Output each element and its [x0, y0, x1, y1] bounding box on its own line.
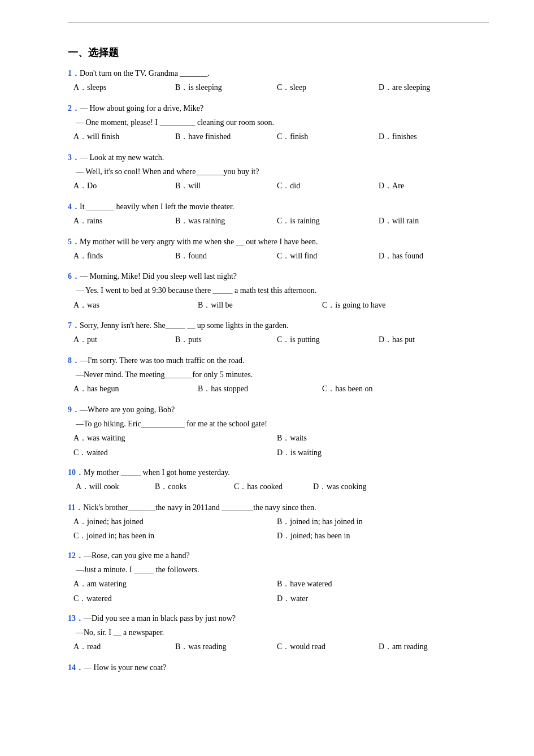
- option-3-B[interactable]: B．will: [175, 179, 277, 194]
- question-line-text: It _______ heavily when I left the movie…: [80, 202, 234, 211]
- question-block-9: 9．—Where are you going, Bob?—To go hikin…: [68, 403, 489, 460]
- option-13-D[interactable]: D．am reading: [379, 640, 480, 655]
- question-line-text: —Where are you going, Bob?: [80, 405, 175, 414]
- questions-container: 1．Don't turn on the TV. Grandma _______.…: [68, 66, 489, 675]
- question-line-text: Nick's brother_______the navy in 2011and…: [83, 503, 316, 512]
- option-2-C[interactable]: C．finish: [277, 129, 379, 145]
- option-8-A[interactable]: A．has begun: [73, 382, 198, 397]
- question-block-14: 14．— How is your new coat?: [68, 660, 489, 675]
- option-10-C[interactable]: C．has cooked: [234, 479, 313, 495]
- option-6-C[interactable]: C．is going to have: [322, 298, 446, 313]
- question-text-3-1: — Well, it's so cool! When and where____…: [76, 165, 489, 179]
- question-line-text: My mother will be very angry with me whe…: [80, 237, 318, 246]
- question-block-2: 2．— How about going for a drive, Mike?— …: [68, 101, 489, 145]
- question-text-12-0: 12．—Rose, can you give me a hand?: [68, 548, 489, 563]
- question-block-10: 10．My mother _____ when I got home yeste…: [68, 465, 489, 495]
- option-11-B[interactable]: B．joined in; has joined in: [277, 515, 480, 529]
- question-number-13: 13．: [68, 614, 84, 623]
- option-7-C[interactable]: C．is putting: [277, 332, 379, 348]
- question-line-text: — Look at my new watch.: [80, 153, 164, 162]
- option-1-D[interactable]: D．are sleeping: [379, 80, 480, 96]
- question-block-8: 8．—I'm sorry. There was too much traffic…: [68, 353, 489, 397]
- option-9-C[interactable]: C．waited: [73, 446, 277, 460]
- options-container-3: A．DoB．willC．didD．Are: [73, 179, 489, 194]
- option-2-A[interactable]: A．will finish: [73, 129, 175, 145]
- option-12-C[interactable]: C．watered: [73, 591, 277, 606]
- option-12-D[interactable]: D．water: [277, 591, 480, 606]
- question-block-12: 12．—Rose, can you give me a hand?—Just a…: [68, 548, 489, 606]
- options-container-2: A．will finishB．have finishedC．finishD．fi…: [73, 129, 489, 145]
- options-container-12: A．am wateringB．have wateredC．wateredD．wa…: [73, 577, 489, 605]
- question-block-4: 4．It _______ heavily when I left the mov…: [68, 200, 489, 229]
- option-8-C[interactable]: C．has been on: [322, 382, 446, 397]
- option-8-B[interactable]: B．has stopped: [198, 382, 322, 397]
- question-number-12: 12．: [68, 551, 84, 560]
- option-12-B[interactable]: B．have watered: [277, 577, 480, 591]
- option-3-A[interactable]: A．Do: [73, 179, 175, 194]
- option-2-B[interactable]: B．have finished: [175, 129, 277, 145]
- question-text-13-0: 13．—Did you see a man in black pass by j…: [68, 611, 489, 625]
- option-3-C[interactable]: C．did: [277, 179, 379, 194]
- question-block-5: 5．My mother will be very angry with me w…: [68, 235, 489, 264]
- options-container-1: A．sleepsB．is sleepingC．sleepD．are sleepi…: [73, 80, 489, 96]
- question-text-2-1: — One moment, please! I _________ cleani…: [76, 115, 489, 129]
- option-1-C[interactable]: C．sleep: [277, 80, 379, 96]
- option-5-D[interactable]: D．has found: [379, 249, 480, 264]
- question-number-10: 10．: [68, 468, 84, 477]
- option-5-B[interactable]: B．found: [175, 249, 277, 264]
- option-9-D[interactable]: D．is waiting: [277, 446, 480, 460]
- question-text-9-0: 9．—Where are you going, Bob?: [68, 403, 489, 417]
- question-number-9: 9．: [68, 405, 80, 414]
- question-line-text: —Did you see a man in black pass by just…: [84, 614, 236, 623]
- option-5-A[interactable]: A．finds: [73, 249, 175, 264]
- option-5-C[interactable]: C．will find: [277, 249, 379, 264]
- question-block-7: 7．Sorry, Jenny isn't here. She_____ __ u…: [68, 318, 489, 348]
- option-7-B[interactable]: B．puts: [175, 332, 277, 348]
- option-11-C[interactable]: C．joined in; has been in: [73, 529, 277, 543]
- option-10-B[interactable]: B．cooks: [155, 479, 234, 495]
- option-6-B[interactable]: B．will be: [198, 298, 322, 313]
- option-10-A[interactable]: A．will cook: [76, 479, 155, 495]
- question-text-5-0: 5．My mother will be very angry with me w…: [68, 235, 489, 249]
- option-10-D[interactable]: D．was cooking: [313, 479, 392, 495]
- question-text-13-1: —No, sir. I __ a newspaper.: [76, 625, 489, 640]
- question-number-8: 8．: [68, 356, 80, 365]
- option-4-A[interactable]: A．rains: [73, 214, 175, 229]
- option-4-B[interactable]: B．was raining: [175, 214, 277, 229]
- options-container-9: A．was waitingB．waitsC．waitedD．is waiting: [73, 431, 489, 459]
- question-text-2-0: 2．— How about going for a drive, Mike?: [68, 101, 489, 115]
- option-1-A[interactable]: A．sleeps: [73, 80, 175, 96]
- question-number-6: 6．: [68, 272, 80, 280]
- options-container-8: A．has begunB．has stoppedC．has been on: [73, 382, 489, 397]
- options-container-10: A．will cookB．cooksC．has cookedD．was cook…: [76, 479, 489, 495]
- question-block-6: 6．— Morning, Mike! Did you sleep well la…: [68, 269, 489, 313]
- question-line-text: — How about going for a drive, Mike?: [80, 104, 203, 113]
- question-number-14: 14．: [68, 663, 84, 672]
- option-6-A[interactable]: A．was: [73, 298, 198, 313]
- question-line-text: My mother _____ when I got home yesterda…: [84, 468, 230, 477]
- option-13-C[interactable]: C．would read: [277, 640, 379, 655]
- option-1-B[interactable]: B．is sleeping: [175, 80, 277, 96]
- options-container-4: A．rainsB．was rainingC．is rainingD．will r…: [73, 214, 489, 229]
- question-block-1: 1．Don't turn on the TV. Grandma _______.…: [68, 66, 489, 96]
- option-3-D[interactable]: D．Are: [379, 179, 480, 194]
- option-7-A[interactable]: A．put: [73, 332, 175, 348]
- option-11-D[interactable]: D．joined; has been in: [277, 529, 480, 543]
- option-4-C[interactable]: C．is raining: [277, 214, 379, 229]
- option-13-B[interactable]: B．was reading: [175, 640, 277, 655]
- question-number-4: 4．: [68, 202, 80, 211]
- option-7-D[interactable]: D．has put: [379, 332, 480, 348]
- option-9-B[interactable]: B．waits: [277, 431, 480, 445]
- top-divider: [68, 23, 489, 23]
- option-13-A[interactable]: A．read: [73, 640, 175, 655]
- question-number-3: 3．: [68, 153, 80, 162]
- options-container-6: A．wasB．will beC．is going to have: [73, 298, 489, 313]
- question-text-6-1: — Yes. I went to bed at 9:30 because the…: [76, 283, 489, 297]
- question-line-text: — Morning, Mike! Did you sleep well last…: [80, 272, 237, 280]
- question-text-8-1: —Never mind. The meeting_______for only …: [76, 368, 489, 382]
- option-2-D[interactable]: D．finishes: [379, 129, 480, 145]
- option-4-D[interactable]: D．will rain: [379, 214, 480, 229]
- option-12-A[interactable]: A．am watering: [73, 577, 277, 591]
- option-9-A[interactable]: A．was waiting: [73, 431, 277, 445]
- option-11-A[interactable]: A．joined; has joined: [73, 515, 277, 529]
